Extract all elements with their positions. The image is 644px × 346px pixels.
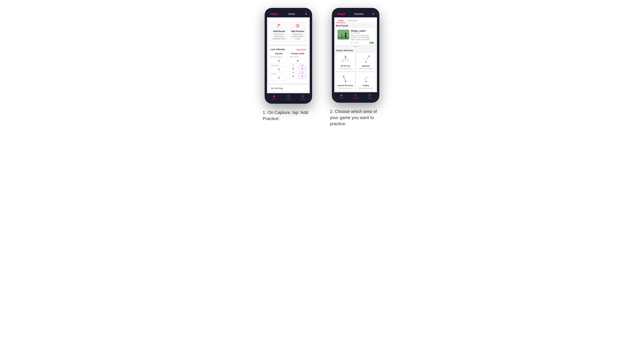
carousel-dots: [336, 46, 376, 47]
featured-section: Most Popular: [334, 23, 377, 49]
app-badge: APP: [370, 42, 374, 44]
menu-icon-1[interactable]: ≡: [306, 12, 307, 15]
phone2-screen: clippd Practice ≡ Drills Favourites Most…: [334, 10, 377, 100]
arg-box: 0: [289, 73, 297, 79]
featured-content: Wedge Ladder ☆ 50–100 yds Play 1 shot at…: [351, 30, 374, 44]
most-popular-label: Most Popular: [336, 25, 376, 27]
menu-icon-2[interactable]: ≡: [373, 12, 374, 15]
drills-col: Practice Drills Drills Capture 8 OTT 0: [289, 52, 306, 81]
putt-value: 4: [302, 75, 303, 78]
phone1-header-title: Home: [288, 12, 295, 15]
phone1-bottom-nav: Home Activities: [267, 93, 310, 101]
skill-card-approach[interactable]: Approach Dial-in to hit the green: [356, 53, 376, 71]
drills-capture-box: 8: [289, 58, 306, 64]
phone1-header: clippd Home ≡: [267, 10, 310, 17]
svg-point-16: [351, 42, 352, 43]
nav-activities-1[interactable]: Activities: [281, 95, 296, 100]
skill-approach-name: Approach: [362, 65, 370, 67]
featured-drill-title: Wedge Ladder: [351, 30, 366, 32]
nav-activities-label-2: Activities: [352, 97, 359, 99]
featured-footer: 9 shots APP: [351, 42, 374, 44]
ott-box: 0: [289, 66, 297, 71]
svg-point-32: [347, 80, 348, 81]
svg-point-2: [297, 25, 298, 26]
view-activity-link[interactable]: View Activity: [296, 48, 306, 50]
phone2-bottom-nav: Home Activities: [334, 92, 377, 100]
putt-label: PUTT: [298, 72, 306, 73]
featured-img: [338, 30, 349, 39]
app-box: 4: [298, 66, 306, 71]
svg-point-5: [288, 96, 289, 96]
caption-2: 2. Choose which area of your game you wa…: [330, 109, 381, 127]
practice-icon: [296, 23, 300, 29]
putt-item: PUTT 4: [298, 72, 306, 80]
arg-item: ARG 0: [289, 72, 297, 80]
nav-activities-2[interactable]: Activities: [348, 94, 363, 99]
practice-box: 0: [270, 75, 288, 81]
svg-point-17: [345, 56, 346, 57]
putt-box: 4: [298, 73, 306, 79]
phone2-header: clippd Practice ≡: [334, 10, 377, 17]
nav-home-2[interactable]: Home: [334, 94, 348, 99]
skill-atg-name: Around The Green: [338, 85, 353, 86]
nav-capture-1[interactable]: Capture: [296, 95, 310, 100]
add-practice-title: Add Practice: [291, 30, 304, 32]
phone2: clippd Practice ≡ Drills Favourites Most…: [332, 8, 379, 103]
star-icon: ☆: [372, 30, 374, 32]
stats-header: Last 3 Months View Activity: [270, 48, 306, 51]
nav-capture-label-2: Capture: [367, 97, 373, 99]
nav-home-1[interactable]: Home: [267, 95, 281, 100]
practice-label: Practice: [270, 73, 288, 75]
svg-point-37: [368, 77, 368, 78]
featured-card[interactable]: Wedge Ladder ☆ 50–100 yds Play 1 shot at…: [336, 28, 376, 45]
nav-home-label-1: Home: [272, 98, 276, 100]
tournament-value: 0: [278, 68, 280, 71]
svg-point-27: [364, 57, 364, 58]
action-cards: Add Round Record your shots fast or enha…: [268, 19, 308, 45]
rounds-capture-box: 0: [270, 58, 288, 64]
golf-bag-row[interactable]: My Golf Bag ›: [268, 85, 308, 92]
nav-capture-2[interactable]: Capture: [363, 94, 377, 99]
svg-marker-29: [369, 55, 370, 56]
tab-favourites[interactable]: Favourites: [346, 18, 360, 23]
app-value: 4: [302, 67, 303, 70]
skill-card-putting[interactable]: Putting Make and lag practice: [356, 72, 376, 91]
practice-tabs: Drills Favourites: [334, 17, 377, 23]
phone1-section: clippd Home ≡ Add Round Rec: [263, 8, 314, 122]
skill-approach-desc: Dial-in to hit the green: [358, 68, 373, 69]
drills-sub-row-1: OTT 0 APP 4: [289, 64, 306, 72]
nav-home-label-2: Home: [339, 97, 343, 99]
dot-1: [354, 46, 354, 47]
tab-drills[interactable]: Drills: [336, 18, 346, 23]
svg-marker-34: [344, 75, 344, 76]
svg-point-23: [345, 61, 346, 62]
dot-3: [357, 46, 358, 47]
svg-point-22: [342, 61, 343, 62]
skill-grid: Off The Tee Power and accuracy: [336, 53, 376, 91]
app-label: APP: [298, 64, 306, 66]
drills-title: Practice Drills: [289, 52, 306, 55]
stats-columns: Rounds Rounds Capture 0 Tournament 0 Pra…: [270, 52, 306, 81]
rounds-title: Rounds: [270, 52, 288, 55]
skill-areas-section: Explore skill areas: [334, 49, 377, 92]
featured-yardage: 50–100 yds: [351, 32, 374, 34]
arg-value: 0: [292, 75, 294, 78]
add-practice-subtitle: Capture your practice off-the-course: [291, 33, 304, 40]
add-round-title: Add Round: [273, 30, 285, 32]
add-round-card[interactable]: Add Round Record your shots fast or enha…: [270, 21, 288, 42]
chevron-right-icon: ›: [305, 87, 306, 90]
skill-card-atg[interactable]: Around The Green Hone your short game: [336, 72, 355, 91]
clippd-logo-1: clippd: [270, 12, 278, 15]
add-round-subtitle: Record your shots fast or enhanced mode: [272, 33, 286, 40]
featured-title-row: Wedge Ladder ☆: [351, 30, 374, 32]
golf-bag-label: My Golf Bag: [271, 87, 283, 89]
skill-putting-desc: Make and lag practice: [358, 87, 373, 89]
svg-line-15: [342, 35, 345, 38]
svg-rect-10: [338, 36, 349, 39]
skill-putting-name: Putting: [363, 85, 369, 86]
clippd-logo-2: clippd: [337, 12, 345, 15]
add-practice-card[interactable]: Add Practice Capture your practice off-t…: [289, 21, 306, 42]
phone1-screen: clippd Home ≡ Add Round Rec: [267, 10, 310, 101]
skill-card-ott[interactable]: Off The Tee Power and accuracy: [336, 53, 355, 71]
svg-rect-12: [345, 34, 346, 37]
